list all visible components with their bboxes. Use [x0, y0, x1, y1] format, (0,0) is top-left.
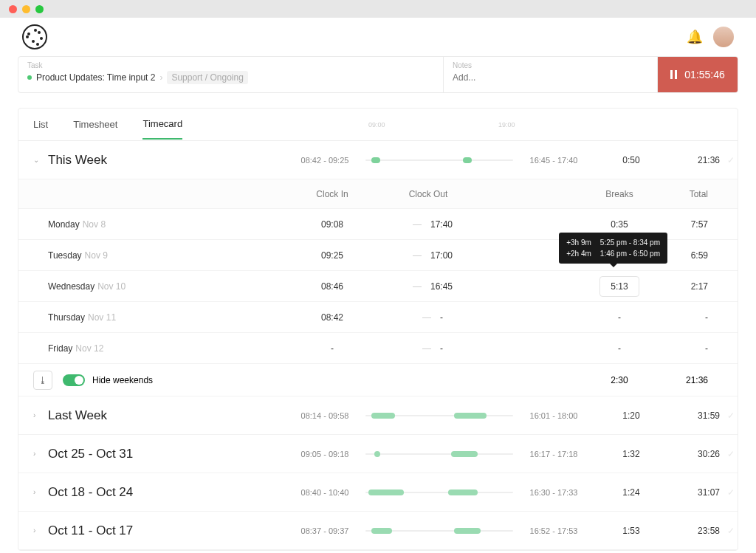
- chevron-right-icon: ›: [33, 450, 44, 458]
- chevron-right-icon: ›: [33, 411, 44, 419]
- breaks-tooltip: +3h 9m5:25 pm - 8:34 pm +2h 4m1:46 pm - …: [559, 233, 667, 264]
- day-date: Nov 12: [75, 343, 103, 354]
- day-breaks: 0:35: [611, 219, 628, 230]
- notes-input[interactable]: [453, 72, 648, 83]
- status-dot-icon: [27, 75, 32, 80]
- week-row-this-week[interactable]: ⌄ This Week 08:42 - 09:25 16:45 - 17:40 …: [18, 141, 738, 179]
- week-total: 30:26: [668, 449, 720, 459]
- hide-weekends-toggle[interactable]: [63, 374, 85, 386]
- clock-range-in: 08:40 - 10:40: [284, 488, 365, 497]
- window-zoom-icon[interactable]: [35, 5, 44, 13]
- scale-start: 09:00: [368, 121, 385, 128]
- day-clockin: -: [284, 343, 380, 354]
- timeline-bar: [365, 157, 513, 163]
- hide-weekends-label: Hide weekends: [92, 375, 153, 385]
- col-breaks: Breaks: [583, 189, 656, 199]
- timeline-bar: [365, 528, 513, 534]
- day-total: 2:17: [656, 281, 708, 292]
- chevron-down-icon: ⌄: [33, 156, 44, 164]
- week-breaks: 0:50: [594, 155, 668, 165]
- download-button[interactable]: ⭳: [33, 371, 52, 390]
- tooltip-range: 5:25 pm - 8:34 pm: [600, 237, 660, 248]
- day-clockout: —16:45: [380, 281, 476, 292]
- day-name: Monday: [48, 219, 80, 230]
- day-name: Wednesday: [48, 281, 94, 292]
- week-title: Oct 25 - Oct 31: [48, 447, 133, 461]
- col-clockout: Clock Out: [380, 189, 476, 199]
- week-total: 21:36: [668, 155, 720, 165]
- week-breaks: 1:53: [594, 526, 668, 536]
- day-clockin: 08:46: [284, 281, 380, 292]
- week-total: 31:07: [668, 487, 720, 498]
- task-box[interactable]: Task Product Updates: Time input 2 › Sup…: [18, 57, 444, 92]
- day-clockin: 08:42: [284, 312, 380, 323]
- week-row[interactable]: › Last Week 08:14 - 09:58 16:01 - 18:00 …: [18, 396, 738, 435]
- week-total: 31:59: [668, 411, 720, 421]
- app-logo-icon[interactable]: [22, 24, 47, 49]
- week-breaks: 1:32: [594, 449, 668, 459]
- timecard-sheet: List Timesheet Timecard 09:00 19:00 ⌄ Th…: [18, 108, 738, 551]
- clock-range-in: 08:37 - 09:37: [284, 526, 365, 535]
- tooltip-range: 1:46 pm - 6:50 pm: [600, 248, 660, 259]
- day-date: Nov 10: [97, 281, 126, 292]
- check-icon: ✓: [727, 526, 735, 536]
- task-crumb[interactable]: Support / Ongoing: [167, 71, 247, 84]
- task-bar: Task Product Updates: Time input 2 › Sup…: [18, 56, 738, 93]
- week-row[interactable]: › Oct 25 - Oct 31 09:05 - 09:18 16:17 - …: [18, 435, 738, 473]
- day-clockout: —-: [380, 312, 476, 323]
- pause-icon: [670, 70, 677, 79]
- day-row[interactable]: Thursday Nov 11 08:42 —- - - ✓: [18, 302, 738, 333]
- timeline-bar: [365, 451, 513, 457]
- day-name: Thursday: [48, 312, 85, 323]
- day-clockin: 09:08: [284, 219, 380, 230]
- tab-timecard[interactable]: Timecard: [142, 109, 182, 140]
- col-clockin: Clock In: [284, 189, 380, 199]
- task-name: Product Updates: Time input 2: [36, 72, 155, 83]
- check-icon: ✓: [727, 487, 735, 498]
- day-total: -: [656, 312, 708, 323]
- timer-button[interactable]: 01:55:46: [658, 57, 738, 92]
- week-title: This Week: [48, 153, 107, 168]
- day-row[interactable]: Wednesday Nov 10 08:46 —16:45 5:13 2:17 …: [18, 271, 738, 302]
- day-breaks: -: [618, 312, 621, 323]
- footer-breaks: 2:30: [583, 375, 656, 385]
- task-label: Task: [27, 61, 434, 69]
- day-clockout: —17:00: [380, 250, 476, 261]
- day-name: Friday: [48, 343, 72, 354]
- window-minimize-icon[interactable]: [22, 5, 30, 13]
- check-icon: ✓: [727, 449, 735, 459]
- tab-timesheet[interactable]: Timesheet: [73, 110, 117, 139]
- day-breaks: -: [618, 343, 621, 354]
- day-date: Nov 9: [85, 250, 108, 261]
- notes-box: Notes: [444, 57, 658, 92]
- window-close-icon[interactable]: [9, 5, 17, 13]
- day-breaks-cell: 5:13: [583, 276, 656, 297]
- clock-range-out: 16:30 - 17:33: [513, 488, 594, 497]
- week-total: 23:58: [668, 526, 720, 536]
- tooltip-dur: +3h 9m: [566, 237, 591, 248]
- content: Task Product Updates: Time input 2 › Sup…: [0, 56, 756, 553]
- chevron-right-icon: ›: [33, 488, 44, 496]
- clock-range-out: 16:52 - 17:53: [513, 526, 594, 535]
- download-icon: ⭳: [38, 375, 47, 385]
- notification-icon[interactable]: 🔔: [687, 29, 703, 45]
- scale-end: 19:00: [498, 121, 515, 128]
- day-name: Tuesday: [48, 250, 82, 261]
- topbar: 🔔: [0, 18, 756, 56]
- day-total: -: [656, 343, 708, 354]
- week-row[interactable]: › Oct 18 - Oct 24 08:40 - 10:40 16:30 - …: [18, 473, 738, 512]
- app-window: 🔔 Task Product Updates: Time input 2 › S…: [0, 0, 756, 553]
- week-title: Oct 18 - Oct 24: [48, 485, 133, 500]
- timeline-bar: [365, 490, 513, 495]
- clock-range-in: 08:14 - 09:58: [284, 411, 365, 420]
- chevron-right-icon: ›: [33, 526, 44, 535]
- day-breaks-cell: -: [583, 343, 656, 354]
- week-row[interactable]: › Oct 11 - Oct 17 08:37 - 09:37 16:52 - …: [18, 512, 738, 550]
- clock-range-out: 16:01 - 18:00: [513, 411, 594, 420]
- day-row[interactable]: Friday Nov 12 - —- - - ✓: [18, 333, 738, 364]
- check-icon: ✓: [727, 411, 735, 421]
- footer-total: 21:36: [656, 375, 708, 385]
- tab-list[interactable]: List: [33, 110, 48, 139]
- avatar[interactable]: [713, 27, 734, 47]
- week-breaks: 1:20: [594, 411, 668, 421]
